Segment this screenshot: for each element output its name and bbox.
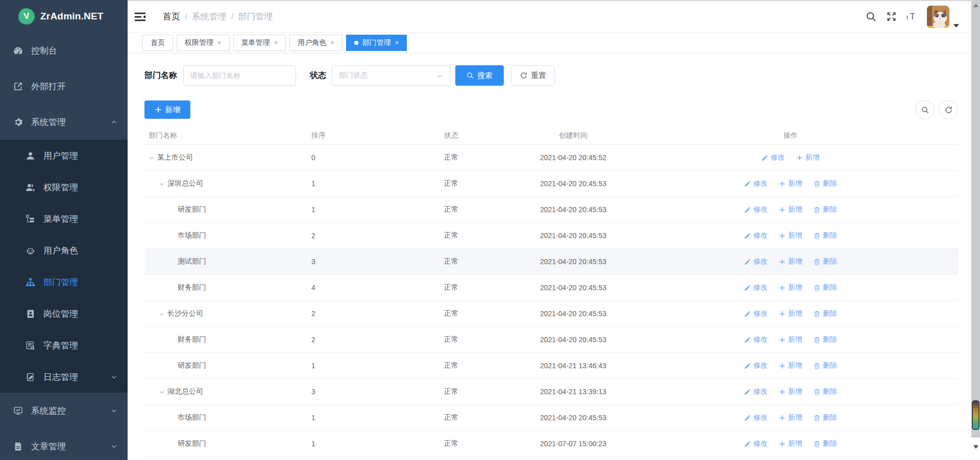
order-cell: 1 [304, 206, 434, 214]
reset-button[interactable]: 重置 [511, 65, 555, 86]
sidebar-item-perms[interactable]: 权限管理 [0, 171, 128, 203]
svg-text:T: T [910, 12, 915, 21]
close-tab-icon[interactable]: × [217, 39, 222, 46]
dept-name-input[interactable] [183, 65, 296, 86]
search-icon[interactable] [866, 11, 876, 22]
chevron-down-icon [436, 72, 443, 79]
tab-权限管理[interactable]: 权限管理× [177, 35, 230, 51]
font-size-icon[interactable]: tT [906, 11, 917, 22]
edit-row-button[interactable]: 修改 [744, 335, 768, 344]
expand-arrow-icon[interactable] [159, 181, 167, 187]
delete-row-button[interactable]: 删除 [814, 205, 837, 214]
close-tab-icon[interactable]: × [395, 39, 399, 46]
edit-row-button[interactable]: 修改 [744, 205, 768, 214]
tab-首页[interactable]: 首页 [142, 35, 173, 51]
edit-row-button[interactable]: 修改 [744, 179, 768, 188]
refresh-table-button[interactable] [939, 100, 958, 119]
sidebar-item-system[interactable]: 系统管理 [0, 104, 128, 140]
add-row-button[interactable]: 新增 [779, 387, 802, 396]
dept-name: 深圳总公司 [167, 179, 203, 188]
add-row-button[interactable]: 新增 [779, 283, 802, 292]
dept-name: 测试部门 [178, 257, 206, 266]
delete-row-button[interactable]: 删除 [814, 283, 837, 292]
delete-row-button[interactable]: 删除 [814, 387, 837, 396]
delete-row-button[interactable]: 删除 [814, 231, 837, 240]
close-tab-icon[interactable]: × [330, 39, 334, 46]
delete-row-button[interactable]: 删除 [814, 439, 837, 448]
sidebar-item-console[interactable]: 控制台 [0, 33, 128, 68]
tab-部门管理[interactable]: 部门管理× [346, 35, 407, 51]
status-select[interactable]: 部门状态 [332, 65, 450, 86]
breadcrumb-item[interactable]: 首页 [163, 11, 180, 22]
chevron-down-icon[interactable] [953, 20, 959, 24]
delete-row-button[interactable]: 删除 [814, 309, 837, 318]
sidebar-menu: 控制台外部打开系统管理用户管理权限管理菜单管理用户角色部门管理岗位管理字典管理日… [0, 33, 128, 460]
collapse-sidebar-icon[interactable] [134, 12, 146, 22]
edit-row-button[interactable]: 修改 [744, 283, 768, 292]
breadcrumb-item[interactable]: 系统管理 [192, 11, 227, 22]
user-icon [26, 151, 35, 161]
sidebar-item-depts[interactable]: 部门管理 [0, 266, 128, 298]
logo-area[interactable]: V ZrAdmin.NET [0, 0, 128, 33]
add-row-button[interactable]: 新增 [779, 413, 802, 422]
add-row-button[interactable]: 新增 [779, 179, 802, 188]
sidebar-item-dict[interactable]: 字典管理 [0, 329, 128, 361]
add-button[interactable]: 新增 [144, 100, 190, 119]
scrollbar-thumb[interactable] [972, 400, 979, 430]
breadcrumb-item[interactable]: 部门管理 [238, 11, 273, 22]
expand-arrow-icon[interactable] [159, 311, 167, 317]
add-row-button[interactable]: 新增 [779, 361, 802, 370]
delete-row-button[interactable]: 删除 [814, 179, 837, 188]
scroll-down-icon[interactable] [973, 445, 978, 449]
sidebar-item-posts[interactable]: 岗位管理 [0, 298, 128, 329]
delete-row-button[interactable]: 删除 [814, 257, 837, 266]
delete-row-button-label: 删除 [823, 309, 837, 318]
edit-row-button[interactable]: 修改 [744, 439, 768, 448]
column-header: 排序 [304, 131, 434, 140]
edit-row-button[interactable]: 修改 [762, 153, 785, 162]
plus-icon [779, 259, 786, 265]
tab-菜单管理[interactable]: 菜单管理× [233, 35, 286, 51]
sidebar-item-monitor[interactable]: 系统监控 [0, 393, 128, 428]
add-row-button[interactable]: 新增 [779, 335, 802, 344]
add-row-button[interactable]: 新增 [779, 309, 802, 318]
order-cell: 4 [304, 284, 434, 292]
avatar[interactable] [927, 6, 949, 28]
edit-row-button[interactable]: 修改 [744, 231, 768, 240]
edit-row-button[interactable]: 修改 [744, 309, 768, 318]
table-row: 湖北总公司3正常2021-04-21 13:39:13修改新增删除 [144, 379, 958, 405]
edit-pencil-icon [744, 311, 751, 317]
sidebar-item-articles[interactable]: 文章管理 [0, 428, 128, 460]
page-scrollbar[interactable] [971, 0, 980, 460]
fullscreen-icon[interactable] [886, 11, 897, 22]
search-button-label: 搜索 [477, 71, 493, 81]
delete-row-button[interactable]: 删除 [814, 413, 837, 422]
search-button[interactable]: 搜索 [455, 65, 504, 86]
add-row-button[interactable]: 新增 [779, 257, 802, 266]
add-row-button[interactable]: 新增 [779, 439, 802, 448]
add-row-button[interactable]: 新增 [779, 205, 802, 214]
close-tab-icon[interactable]: × [274, 39, 278, 46]
expand-arrow-icon[interactable] [159, 389, 167, 395]
edit-row-button[interactable]: 修改 [744, 413, 768, 422]
sidebar-item-menus[interactable]: 菜单管理 [0, 203, 128, 235]
sidebar-item-users[interactable]: 用户管理 [0, 140, 128, 171]
sidebar-item-roles[interactable]: 用户角色 [0, 235, 128, 266]
tab-用户角色[interactable]: 用户角色× [289, 35, 342, 51]
show-search-toggle-button[interactable] [915, 100, 935, 119]
column-header: 状态 [434, 131, 523, 140]
sidebar-item-external[interactable]: 外部打开 [0, 68, 128, 104]
delete-row-button[interactable]: 删除 [814, 361, 837, 370]
edit-row-button[interactable]: 修改 [744, 387, 768, 396]
sidebar-item-logs[interactable]: 日志管理 [0, 361, 128, 393]
delete-row-button[interactable]: 删除 [814, 335, 837, 344]
add-row-button[interactable]: 新增 [779, 231, 802, 240]
expand-arrow-icon[interactable] [149, 155, 157, 161]
dept-name: 财务部门 [178, 335, 206, 344]
edit-row-button[interactable]: 修改 [744, 361, 768, 370]
scroll-up-icon[interactable] [973, 4, 978, 7]
trash-icon [814, 285, 820, 291]
add-row-button[interactable]: 新增 [796, 153, 820, 162]
edit-row-button[interactable]: 修改 [744, 257, 768, 266]
gear-icon [13, 117, 23, 127]
